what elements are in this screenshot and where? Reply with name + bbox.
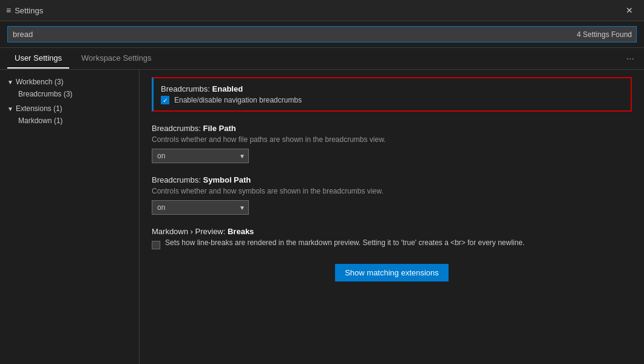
setting-desc-symbolpath: Controls whether and how symbols are sho… xyxy=(152,187,632,195)
select-symbolpath[interactable]: on off last xyxy=(152,200,249,215)
settings-icon: ≡ xyxy=(6,5,11,15)
chevron-down-icon-ext: ▼ xyxy=(7,106,13,112)
checkbox-breaks[interactable] xyxy=(152,241,160,249)
content-area: Breadcrumbs: Enabled ✓ Enable/disable na… xyxy=(140,70,644,364)
checkbox-label-enabled: Enable/disable navigation breadcrumbs xyxy=(174,96,302,104)
title-bar-title: Settings xyxy=(15,6,621,15)
setting-title-prefix-3: Breadcrumbs: xyxy=(152,175,203,184)
tabs-more-button[interactable]: ··· xyxy=(624,51,637,67)
setting-breadcrumbs-symbolpath: Breadcrumbs: Symbol Path Controls whethe… xyxy=(152,175,632,215)
sidebar-item-breadcrumbs[interactable]: Breadcrumbs (3) xyxy=(0,88,139,100)
sidebar: ▼ Workbench (3) Breadcrumbs (3) ▼ Extens… xyxy=(0,70,140,364)
sidebar-group-extensions: ▼ Extensions (1) Markdown (1) xyxy=(0,101,139,128)
select-wrapper-filepath: on off last ▼ xyxy=(152,149,249,163)
tabs-bar: User Settings Workspace Settings ··· xyxy=(0,48,644,70)
setting-title-prefix-2: Breadcrumbs: xyxy=(152,124,203,133)
select-wrapper-symbolpath: on off last ▼ xyxy=(152,200,249,215)
checkbox-enabled[interactable]: ✓ xyxy=(161,96,169,104)
setting-markdown-breaks: Markdown › Preview: Breaks Sets how line… xyxy=(152,227,632,252)
search-input-wrapper: 4 Settings Found xyxy=(7,26,637,42)
title-bar: ≡ Settings ✕ xyxy=(0,0,644,21)
tab-user-settings[interactable]: User Settings xyxy=(7,49,69,69)
chevron-down-icon: ▼ xyxy=(7,79,13,86)
main-layout: ▼ Workbench (3) Breadcrumbs (3) ▼ Extens… xyxy=(0,70,644,364)
setting-title-filepath: Breadcrumbs: File Path xyxy=(152,124,632,133)
show-matching-extensions-button[interactable]: Show matching extensions xyxy=(335,264,449,281)
search-bar: 4 Settings Found xyxy=(0,21,644,48)
search-found-count: 4 Settings Found xyxy=(577,30,632,39)
setting-title-breadcrumbs-enabled: Breadcrumbs: Enabled xyxy=(161,84,623,93)
setting-desc-filepath: Controls whether and how file paths are … xyxy=(152,135,632,144)
sidebar-item-markdown[interactable]: Markdown (1) xyxy=(0,115,139,127)
checkbox-row-breaks: Sets how line-breaks are rendered in the… xyxy=(152,238,632,252)
sidebar-group-header-workbench[interactable]: ▼ Workbench (3) xyxy=(0,76,139,88)
checkbox-row-enabled: ✓ Enable/disable navigation breadcrumbs xyxy=(161,96,623,104)
setting-title-bold-2: File Path xyxy=(203,124,236,133)
sidebar-group-label-extensions: Extensions (1) xyxy=(16,104,63,113)
setting-breadcrumbs-filepath: Breadcrumbs: File Path Controls whether … xyxy=(152,124,632,163)
setting-title-prefix-4: Markdown › Preview: xyxy=(152,227,228,236)
setting-title-bold-1: Enabled xyxy=(212,84,243,93)
sidebar-group-label-workbench: Workbench (3) xyxy=(16,78,63,86)
setting-title-bold-4: Breaks xyxy=(228,227,254,236)
select-filepath[interactable]: on off last xyxy=(152,149,249,163)
sidebar-group-workbench: ▼ Workbench (3) Breadcrumbs (3) xyxy=(0,75,139,101)
tab-workspace-settings[interactable]: Workspace Settings xyxy=(74,49,158,69)
search-input[interactable] xyxy=(7,26,637,42)
checkmark-icon: ✓ xyxy=(163,97,168,104)
sidebar-group-header-extensions[interactable]: ▼ Extensions (1) xyxy=(0,103,139,115)
setting-title-markdown-breaks: Markdown › Preview: Breaks xyxy=(152,227,632,236)
close-button[interactable]: ✕ xyxy=(621,4,638,16)
setting-title-bold-3: Symbol Path xyxy=(203,175,251,184)
setting-title-prefix-1: Breadcrumbs: xyxy=(161,84,212,93)
setting-title-symbolpath: Breadcrumbs: Symbol Path xyxy=(152,175,632,184)
setting-breadcrumbs-enabled: Breadcrumbs: Enabled ✓ Enable/disable na… xyxy=(152,77,632,112)
checkbox-label-breaks: Sets how line-breaks are rendered in the… xyxy=(165,238,524,247)
